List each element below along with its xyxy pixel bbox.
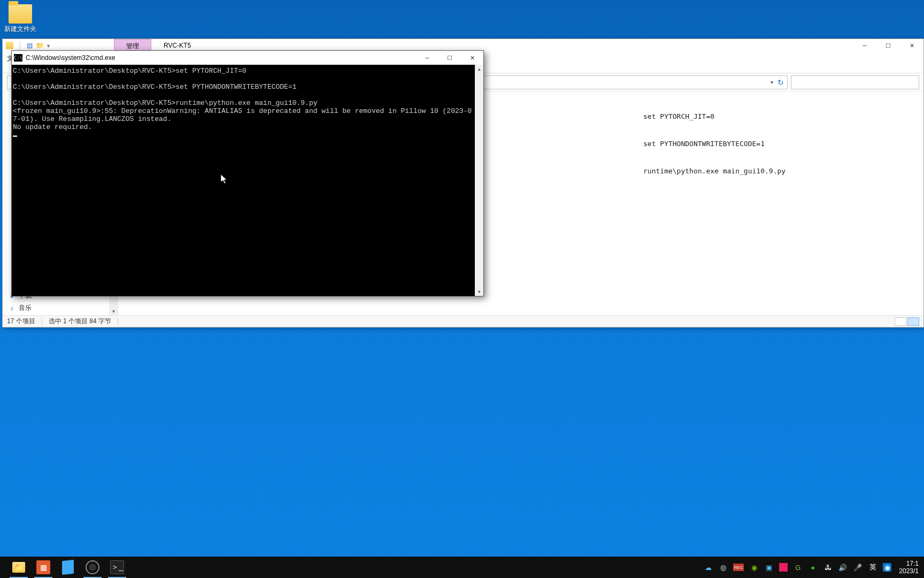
desktop-folder-label: 新建文件夹 <box>2 25 38 34</box>
sidebar-item-music[interactable]: ♪ 音乐 <box>6 302 114 314</box>
divider <box>118 318 118 325</box>
preview-pane: set PYTORCH_JIT=0 set PYTHONDONTWRITEBYT… <box>643 94 921 194</box>
search-input[interactable] <box>791 75 919 89</box>
app-icon: ▦ <box>36 560 50 574</box>
clock-date: 2023/1 <box>899 567 919 575</box>
close-button[interactable]: ✕ <box>461 51 483 65</box>
sidebar-item-label: 音乐 <box>19 303 32 313</box>
cmd-titlebar[interactable]: C:\ C:\Windows\system32\cmd.exe ─ ☐ ✕ <box>12 51 483 65</box>
terminal-output[interactable]: C:\Users\Administrator\Desktop\RVC-KT5>s… <box>12 65 475 296</box>
scroll-up-icon[interactable]: ▴ <box>475 65 483 73</box>
cmd-window[interactable]: C:\ C:\Windows\system32\cmd.exe ─ ☐ ✕ C:… <box>11 50 484 296</box>
music-icon: ♪ <box>8 305 16 312</box>
maximize-button[interactable]: ☐ <box>876 39 900 52</box>
divider <box>42 318 42 325</box>
tray-app-icon[interactable] <box>779 563 788 572</box>
preview-line: set PYTHONDONTWRITEBYTECODE=1 <box>643 139 921 148</box>
quickaccess-folder-icon[interactable]: 📁 <box>36 42 44 49</box>
tray-app-icon[interactable]: ▣ <box>764 562 774 572</box>
taskbar-explorer[interactable]: 📁 <box>6 557 31 578</box>
view-large-button[interactable] <box>907 317 919 326</box>
tray-app-icon[interactable]: REC <box>733 564 744 571</box>
chevron-down-icon[interactable]: ▾ <box>112 308 115 315</box>
close-button[interactable]: ✕ <box>900 39 923 52</box>
minimize-button[interactable]: ─ <box>416 51 438 65</box>
tray-ime-label[interactable]: 英 <box>868 562 877 572</box>
clock-time: 17:1 <box>899 560 919 567</box>
maximize-button[interactable]: ☐ <box>438 51 461 65</box>
scroll-down-icon[interactable]: ▾ <box>475 287 483 296</box>
terminal-line: No update required. <box>13 123 92 131</box>
explorer-statusbar: 17 个项目 选中 1 个项目 84 字节 <box>3 315 923 327</box>
quickaccess-save-icon[interactable]: ▤ <box>27 42 33 49</box>
taskbar-app-obs[interactable] <box>80 557 105 578</box>
status-item-count: 17 个项目 <box>7 317 35 326</box>
tray-volume-icon[interactable]: 🔊 <box>838 562 848 572</box>
tray-app-icon[interactable]: G <box>793 562 803 572</box>
terminal-line: C:\Users\Administrator\Desktop\RVC-KT5>s… <box>13 67 247 75</box>
notepad-icon <box>62 560 74 575</box>
obs-icon <box>86 560 99 574</box>
preview-line: runtime\python.exe main_gui10.9.py <box>643 166 921 176</box>
cmd-title: C:\Windows\system32\cmd.exe <box>26 54 115 62</box>
tray-mic-icon[interactable]: 🎤 <box>853 562 863 572</box>
cmd-icon: C:\ <box>14 54 22 62</box>
taskbar-app-notepad[interactable] <box>56 557 80 578</box>
terminal-cursor <box>13 135 17 137</box>
tray-cloud-icon[interactable]: ☁ <box>703 562 713 572</box>
folder-icon <box>6 42 13 49</box>
chevron-down-icon[interactable]: ▾ <box>771 79 773 85</box>
tray-nvidia-icon[interactable]: ◉ <box>749 562 759 572</box>
tray-app-icon[interactable]: ◉ <box>883 563 891 572</box>
taskbar-app-orange[interactable]: ▦ <box>31 557 56 578</box>
terminal-line: C:\Users\Administrator\Desktop\RVC-KT5>r… <box>13 99 318 107</box>
divider <box>20 41 20 50</box>
taskbar[interactable]: 📁 ▦ ＞_ ☁ ◎ REC ◉ ▣ G ● 🖧 🔊 🎤 英 ◉ 17:1 20… <box>0 557 924 578</box>
taskbar-app-cmd[interactable]: ＞_ <box>105 557 129 578</box>
tray-network-icon[interactable]: 🖧 <box>823 562 833 572</box>
minimize-button[interactable]: ─ <box>853 39 876 52</box>
status-selected: 选中 1 个项目 84 字节 <box>49 317 111 326</box>
terminal-line: C:\Users\Administrator\Desktop\RVC-KT5>s… <box>13 83 297 91</box>
terminal-icon: ＞_ <box>110 560 124 574</box>
view-details-button[interactable] <box>895 317 906 326</box>
tray-wechat-icon[interactable]: ● <box>808 562 818 572</box>
start-button[interactable] <box>0 557 6 578</box>
terminal-line: <frozen main_gui10.9>:55: DeprecationWar… <box>13 107 472 123</box>
preview-line: set PYTORCH_JIT=0 <box>643 112 921 121</box>
cmd-scrollbar[interactable]: ▴ ▾ <box>475 65 483 296</box>
taskbar-clock[interactable]: 17:1 2023/1 <box>897 560 921 575</box>
system-tray: ☁ ◎ REC ◉ ▣ G ● 🖧 🔊 🎤 英 ◉ 17:1 2023/1 <box>703 560 924 575</box>
desktop-folder[interactable]: 新建文件夹 <box>2 4 38 34</box>
scroll-track[interactable] <box>475 73 483 287</box>
tray-obs-icon[interactable]: ◎ <box>718 562 728 572</box>
folder-icon <box>9 4 32 24</box>
qat-dropdown-icon[interactable]: ▾ <box>47 43 50 49</box>
refresh-icon[interactable]: ↻ <box>777 78 784 87</box>
folder-icon: 📁 <box>12 562 25 573</box>
